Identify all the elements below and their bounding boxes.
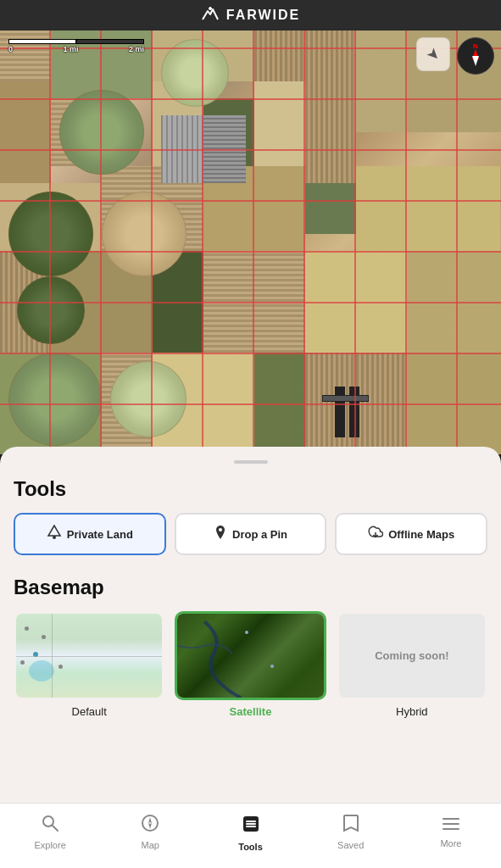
basemap-hybrid-label: Hybrid: [396, 705, 428, 718]
map-dot: [58, 665, 63, 669]
nav-map-label: Map: [142, 840, 159, 850]
compass-needle-south: [472, 56, 479, 66]
basemap-row: Default Satellite: [14, 611, 487, 718]
basemap-hybrid-preview: Coming soon!: [339, 614, 485, 698]
nav-explore-label: Explore: [34, 840, 65, 850]
svg-marker-9: [148, 817, 152, 823]
mountain-pin-icon: [47, 525, 62, 543]
map-dot: [20, 660, 25, 665]
map-dot: [25, 626, 29, 631]
compass[interactable]: N: [457, 37, 494, 75]
app-name: FARWIDE: [226, 8, 300, 23]
map-dot: [42, 635, 46, 639]
map-road: [16, 656, 162, 657]
nav-explore[interactable]: Explore: [0, 810, 100, 850]
nav-tools[interactable]: Tools: [200, 810, 300, 852]
location-arrow-icon: ➤: [422, 43, 444, 65]
svg-point-4: [219, 528, 222, 531]
basemap-hybrid-thumb: Coming soon!: [337, 611, 487, 700]
app-logo: FARWIDE: [201, 6, 300, 25]
nav-saved-label: Saved: [337, 840, 364, 850]
map-highlight: [29, 660, 54, 682]
offline-maps-button[interactable]: Offline Maps: [335, 513, 487, 555]
basemap-default[interactable]: Default: [14, 611, 164, 718]
map-view[interactable]: 0 1 mi 2 mi ➤ N: [0, 31, 501, 454]
private-land-button[interactable]: Private Land: [14, 513, 166, 555]
search-icon: [41, 814, 59, 837]
tools-section-title: Tools: [14, 477, 487, 501]
nav-saved[interactable]: Saved: [301, 810, 401, 850]
cloud-download-icon: [368, 526, 383, 542]
scale-bar: 0 1 mi 2 mi: [8, 39, 144, 53]
basemap-satellite-label: Satellite: [230, 705, 272, 718]
scale-segment-dark: [76, 39, 144, 44]
scale-label-1: 1 mi: [63, 45, 78, 53]
location-button[interactable]: ➤: [416, 37, 450, 71]
nav-tools-label: Tools: [238, 842, 263, 852]
menu-icon: [442, 814, 460, 836]
basemap-satellite[interactable]: Satellite: [175, 611, 326, 718]
logo-icon: [201, 6, 220, 25]
coming-soon-label: Coming soon!: [375, 649, 448, 662]
nav-more-label: More: [440, 838, 461, 849]
pin-icon: [214, 525, 227, 543]
bottom-nav: Explore Map Tools: [0, 803, 501, 868]
bookmark-icon: [342, 814, 359, 837]
offline-maps-label: Offline Maps: [388, 528, 454, 541]
basemap-default-label: Default: [72, 705, 107, 718]
bottom-sheet: Tools Private Land Drop a Pin: [0, 447, 501, 803]
nav-more[interactable]: More: [401, 810, 501, 849]
map-background: 0 1 mi 2 mi ➤ N: [0, 31, 501, 454]
basemap-hybrid[interactable]: Coming soon! Hybrid: [337, 611, 487, 718]
layers-icon: [241, 814, 261, 839]
svg-line-7: [53, 826, 58, 831]
compass-icon: [141, 814, 159, 837]
basemap-default-thumb: [14, 611, 164, 700]
app-header: FARWIDE: [0, 0, 501, 31]
compass-dial: N: [464, 44, 487, 68]
nav-map[interactable]: Map: [100, 810, 200, 850]
basemap-satellite-thumb: [175, 611, 326, 700]
scale-label-2: 2 mi: [129, 45, 144, 53]
boundary-overlay: [0, 31, 501, 454]
private-land-label: Private Land: [67, 528, 133, 541]
drag-handle[interactable]: [234, 460, 268, 464]
basemap-satellite-preview: [177, 614, 323, 698]
svg-marker-10: [148, 823, 152, 829]
drop-pin-button[interactable]: Drop a Pin: [175, 513, 327, 555]
svg-point-6: [43, 816, 53, 826]
scale-segment-white: [8, 39, 76, 44]
basemap-default-preview: [16, 614, 162, 698]
drop-pin-label: Drop a Pin: [232, 528, 287, 541]
scale-label-0: 0: [8, 45, 13, 53]
basemap-section-title: Basemap: [14, 576, 487, 599]
tools-row: Private Land Drop a Pin Offline Maps: [14, 513, 487, 555]
